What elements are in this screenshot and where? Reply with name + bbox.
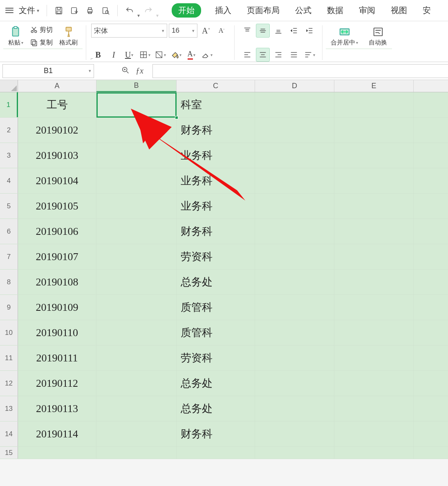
print-preview-icon[interactable]	[99, 4, 112, 18]
cell-E15[interactable]	[334, 447, 414, 459]
align-left-icon[interactable]	[240, 48, 254, 62]
redo-icon[interactable]	[141, 4, 155, 18]
tab-layout[interactable]: 页面布局	[245, 3, 281, 18]
justify-icon[interactable]	[287, 48, 301, 62]
tab-insert[interactable]: 插入	[213, 3, 233, 18]
cell-A10[interactable]: 20190110	[18, 320, 96, 345]
cell-B4[interactable]	[96, 168, 177, 193]
format-painter-button[interactable]: 格式刷	[57, 25, 80, 47]
cell-C11[interactable]: 劳资科	[177, 346, 255, 370]
cell-B12[interactable]	[96, 371, 177, 396]
tab-security[interactable]: 安	[421, 3, 432, 18]
cell-D8[interactable]	[255, 270, 334, 294]
cell-A8[interactable]: 20190108	[18, 270, 96, 294]
cell-C8[interactable]: 总务处	[177, 270, 255, 294]
fx-icon[interactable]: ƒx	[136, 66, 143, 76]
decrease-indent-icon[interactable]	[287, 24, 301, 38]
cell-A3[interactable]: 20190103	[18, 143, 96, 168]
column-header-E[interactable]: E	[334, 80, 414, 92]
cell-D10[interactable]	[255, 320, 334, 345]
cell-E10[interactable]	[334, 320, 414, 345]
row-header[interactable]: 15	[0, 447, 18, 459]
cell-E8[interactable]	[334, 270, 414, 294]
print-icon[interactable]	[83, 4, 97, 18]
copy-button[interactable]: 复制	[28, 38, 54, 48]
save-icon[interactable]	[52, 4, 66, 18]
formula-input[interactable]	[152, 64, 448, 78]
cell-E4[interactable]	[334, 168, 414, 193]
cell-C4[interactable]: 业务科	[177, 168, 255, 193]
paste-button[interactable]: 粘贴▾	[6, 25, 26, 47]
cell-A1[interactable]: 工号	[18, 92, 96, 117]
cell-D7[interactable]	[255, 244, 334, 269]
decrease-font-icon[interactable]: A-	[215, 24, 228, 38]
font-name-combo[interactable]: 宋体▾	[91, 24, 167, 38]
cell-A11[interactable]: 20190111	[18, 346, 96, 370]
cell-D14[interactable]	[255, 421, 334, 446]
cell-D13[interactable]	[255, 396, 334, 421]
cell-A7[interactable]: 20190107	[18, 244, 96, 269]
italic-button[interactable]: I	[107, 48, 121, 62]
row-header[interactable]: 13	[0, 396, 18, 421]
file-menu[interactable]: 文件 ▾	[16, 3, 42, 18]
borders-button[interactable]: ▾	[138, 48, 152, 62]
name-box[interactable]: B1 ▾	[2, 64, 94, 78]
tab-data[interactable]: 数据	[325, 3, 345, 18]
cell-C7[interactable]: 劳资科	[177, 244, 255, 269]
cell-A2[interactable]: 20190102	[18, 118, 96, 143]
hamburger-icon[interactable]	[4, 5, 15, 16]
fill-color-button[interactable]: ▾	[169, 48, 183, 62]
cell-C1[interactable]: 科室	[177, 92, 255, 117]
tab-view[interactable]: 视图	[389, 3, 409, 18]
cell-D6[interactable]	[255, 219, 334, 244]
increase-font-icon[interactable]: A+	[199, 24, 213, 38]
undo-dropdown-icon[interactable]: ▾	[137, 13, 140, 18]
cell-E5[interactable]	[334, 194, 414, 218]
cell-B1[interactable]	[96, 92, 177, 117]
cell-A13[interactable]: 20190113	[18, 396, 96, 421]
cell-A9[interactable]: 20190109	[18, 295, 96, 320]
cell-B8[interactable]	[96, 270, 177, 294]
cell-C10[interactable]: 质管科	[177, 320, 255, 345]
cell-A15[interactable]	[18, 447, 96, 459]
column-header-D[interactable]: D	[255, 80, 334, 92]
cell-E7[interactable]	[334, 244, 414, 269]
cell-B10[interactable]	[96, 320, 177, 345]
tab-review[interactable]: 审阅	[357, 3, 377, 18]
cell-A14[interactable]: 20190114	[18, 421, 96, 446]
cell-B5[interactable]	[96, 194, 177, 218]
cell-style-button[interactable]: ▾	[153, 48, 167, 62]
cell-D11[interactable]	[255, 346, 334, 370]
orientation-icon[interactable]: ▾	[302, 48, 316, 62]
cell-B14[interactable]	[96, 421, 177, 446]
column-header-A[interactable]: A	[18, 80, 96, 92]
cell-C15[interactable]	[177, 447, 255, 459]
column-header-B[interactable]: B	[96, 80, 177, 92]
cell-E3[interactable]	[334, 143, 414, 168]
cell-E1[interactable]	[334, 92, 414, 117]
row-header[interactable]: 4	[0, 168, 18, 193]
cell-C5[interactable]: 业务科	[177, 194, 255, 218]
cell-B6[interactable]	[96, 219, 177, 244]
tab-formula[interactable]: 公式	[293, 3, 313, 18]
cell-B3[interactable]	[96, 143, 177, 168]
cell-D2[interactable]	[255, 118, 334, 143]
cell-B11[interactable]	[96, 346, 177, 370]
dialog-launcher-icon[interactable]: ⌐	[91, 56, 93, 61]
row-header[interactable]: 10	[0, 320, 18, 345]
cell-B15[interactable]	[96, 447, 177, 459]
cell-D1[interactable]	[255, 92, 334, 117]
cell-E13[interactable]	[334, 396, 414, 421]
align-right-icon[interactable]	[271, 48, 285, 62]
selection-handle[interactable]	[175, 116, 178, 119]
row-header[interactable]: 12	[0, 371, 18, 396]
grid-body[interactable]: 1工号科室220190102财务科320190103业务科420190104业务…	[0, 92, 448, 459]
tab-start[interactable]: 开始	[172, 3, 201, 18]
row-header[interactable]: 9	[0, 295, 18, 320]
row-header[interactable]: 11	[0, 346, 18, 370]
cell-E14[interactable]	[334, 421, 414, 446]
cell-E6[interactable]	[334, 219, 414, 244]
cell-C9[interactable]: 质管科	[177, 295, 255, 320]
redo-dropdown-icon[interactable]: ▾	[156, 13, 159, 18]
underline-button[interactable]: U▾	[122, 48, 136, 62]
